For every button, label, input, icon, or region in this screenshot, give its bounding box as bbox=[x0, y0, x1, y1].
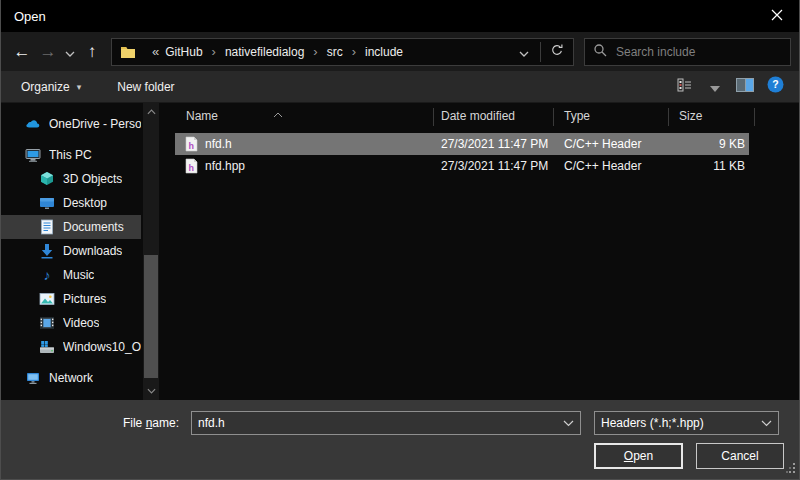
breadcrumb-overflow[interactable]: « bbox=[152, 44, 159, 59]
scroll-down-icon[interactable] bbox=[143, 384, 159, 398]
sidebar-item-label: 3D Objects bbox=[63, 172, 122, 186]
help-button[interactable]: ? bbox=[763, 75, 787, 99]
navigation-bar: ← → ↑ « GitHub›nativefiledialog›src›incl… bbox=[1, 32, 799, 71]
file-name: nfd.h bbox=[205, 133, 232, 155]
breadcrumb-item[interactable]: nativefiledialog bbox=[223, 45, 306, 59]
column-header-size[interactable]: Size bbox=[679, 103, 702, 129]
sidebar-item[interactable]: ♪ Music bbox=[1, 263, 141, 287]
forward-button[interactable]: → bbox=[35, 38, 61, 66]
resize-grip-icon[interactable] bbox=[786, 459, 796, 477]
command-toolbar: Organize ▾ New folder bbox=[1, 71, 799, 103]
pc-icon bbox=[25, 147, 41, 163]
recent-locations-button[interactable] bbox=[61, 38, 79, 66]
documents-icon bbox=[39, 219, 55, 235]
details-view-button[interactable] bbox=[673, 75, 697, 99]
breadcrumb: GitHub›nativefiledialog›src›include bbox=[163, 44, 512, 59]
chevron-down-icon bbox=[65, 42, 75, 62]
cancel-button[interactable]: Cancel bbox=[696, 443, 784, 469]
refresh-icon bbox=[550, 43, 564, 61]
back-icon: ← bbox=[14, 42, 31, 62]
sidebar-item-label: OneDrive - Persor bbox=[49, 117, 141, 131]
breadcrumb-item[interactable]: include bbox=[363, 45, 405, 59]
sidebar-item[interactable]: 3D Objects bbox=[1, 167, 141, 191]
help-icon: ? bbox=[767, 76, 784, 97]
organize-label: Organize bbox=[21, 80, 70, 94]
sidebar-item[interactable]: Network bbox=[1, 366, 141, 390]
sidebar-item[interactable]: Pictures bbox=[1, 287, 141, 311]
svg-text:?: ? bbox=[772, 78, 778, 90]
address-bar[interactable]: « GitHub›nativefiledialog›src›include bbox=[111, 38, 574, 66]
folder-icon bbox=[120, 44, 136, 60]
sidebar-item-label: Videos bbox=[63, 316, 99, 330]
svg-text:h: h bbox=[188, 141, 194, 151]
breadcrumb-separator-icon: › bbox=[306, 44, 324, 59]
preview-pane-button[interactable] bbox=[733, 75, 757, 99]
open-file-dialog: Open ← → ↑ « GitHub›nativefiledialog›src… bbox=[0, 0, 800, 480]
music-icon: ♪ bbox=[39, 267, 55, 283]
file-list: Name Date modified Type Size h nfd.h 27/… bbox=[171, 103, 799, 400]
sidebar-item-label: Windows10_OS ( bbox=[63, 340, 141, 354]
preview-pane-icon bbox=[736, 78, 754, 96]
column-divider[interactable] bbox=[668, 108, 669, 126]
cheader-icon: h bbox=[183, 136, 199, 152]
sidebar-item[interactable]: Desktop bbox=[1, 191, 141, 215]
views-dropdown-button[interactable] bbox=[703, 75, 727, 99]
sidebar-item-label: Documents bbox=[63, 220, 124, 234]
file-row[interactable]: h nfd.hpp 27/3/2021 11:47 PM C/C++ Heade… bbox=[175, 155, 749, 177]
sidebar-item[interactable]: Videos bbox=[1, 311, 141, 335]
objects3d-icon bbox=[39, 171, 55, 187]
window-title: Open bbox=[14, 9, 46, 24]
file-type-select[interactable]: Headers (*.h;*.hpp) bbox=[594, 411, 779, 435]
sidebar-item-label: Pictures bbox=[63, 292, 106, 306]
sidebar-item-label: Music bbox=[63, 268, 94, 282]
file-type: C/C++ Header bbox=[564, 155, 641, 177]
file-name-input[interactable]: nfd.h bbox=[191, 411, 581, 435]
search-input[interactable]: Search include bbox=[584, 38, 791, 66]
sort-ascending-icon bbox=[273, 104, 283, 122]
organize-button[interactable]: Organize ▾ bbox=[15, 74, 87, 100]
column-divider[interactable] bbox=[754, 108, 755, 126]
chevron-down-icon bbox=[563, 416, 574, 430]
file-date-modified: 27/3/2021 11:47 PM bbox=[441, 133, 548, 155]
open-button[interactable]: Open bbox=[594, 443, 683, 469]
svg-text:h: h bbox=[188, 163, 194, 173]
sidebar-item[interactable]: Documents bbox=[1, 215, 141, 239]
scrollbar-thumb[interactable] bbox=[144, 255, 158, 378]
column-header-date-modified[interactable]: Date modified bbox=[441, 103, 515, 129]
back-button[interactable]: ← bbox=[9, 38, 35, 66]
desktop-icon bbox=[39, 195, 55, 211]
search-placeholder: Search include bbox=[616, 45, 695, 59]
file-row[interactable]: h nfd.h 27/3/2021 11:47 PM C/C++ Header … bbox=[175, 133, 749, 155]
refresh-button[interactable] bbox=[545, 40, 569, 64]
breadcrumb-separator-icon: › bbox=[205, 44, 223, 59]
file-size: 9 KB bbox=[719, 133, 745, 155]
chevron-down-icon: ▾ bbox=[77, 82, 82, 92]
sidebar-scrollbar[interactable] bbox=[143, 103, 159, 400]
file-name-label: File name: bbox=[1, 412, 185, 434]
sidebar-item-label: Desktop bbox=[63, 196, 107, 210]
column-divider[interactable] bbox=[553, 108, 554, 126]
file-type: C/C++ Header bbox=[564, 133, 641, 155]
address-dropdown-button[interactable] bbox=[512, 40, 536, 64]
view-controls: ? bbox=[667, 75, 787, 99]
sidebar-item[interactable]: Windows10_OS ( bbox=[1, 335, 141, 359]
scroll-up-icon[interactable] bbox=[143, 105, 159, 119]
network-icon bbox=[25, 370, 41, 386]
column-divider[interactable] bbox=[433, 108, 434, 126]
new-folder-button[interactable]: New folder bbox=[111, 74, 180, 100]
sidebar-item-label: Network bbox=[49, 371, 93, 385]
column-header-type[interactable]: Type bbox=[564, 103, 590, 129]
column-header-name[interactable]: Name bbox=[186, 103, 218, 129]
file-name: nfd.hpp bbox=[205, 155, 245, 177]
breadcrumb-item[interactable]: src bbox=[325, 45, 345, 59]
dialog-footer: File name: nfd.h Headers (*.h;*.hpp) Ope… bbox=[1, 400, 799, 480]
close-button[interactable] bbox=[754, 0, 799, 32]
up-icon: ↑ bbox=[88, 42, 97, 62]
up-button[interactable]: ↑ bbox=[79, 38, 105, 66]
chevron-down-icon bbox=[761, 416, 772, 430]
sidebar-item[interactable]: This PC bbox=[1, 143, 141, 167]
dialog-content: OneDrive - Persor This PC 3D Objects Des… bbox=[1, 103, 799, 400]
sidebar-item[interactable]: OneDrive - Persor bbox=[1, 112, 141, 136]
breadcrumb-item[interactable]: GitHub bbox=[163, 45, 204, 59]
sidebar-item[interactable]: Downloads bbox=[1, 239, 141, 263]
